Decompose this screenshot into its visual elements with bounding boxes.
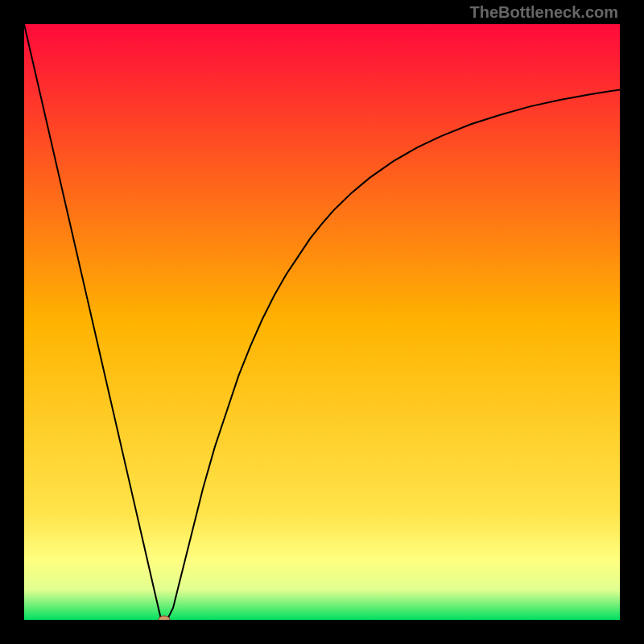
chart-svg (24, 24, 620, 620)
watermark-text: TheBottleneck.com (470, 3, 618, 22)
plot-area (24, 24, 620, 620)
chart-container: TheBottleneck.com (0, 0, 644, 644)
gradient-background (24, 24, 620, 620)
